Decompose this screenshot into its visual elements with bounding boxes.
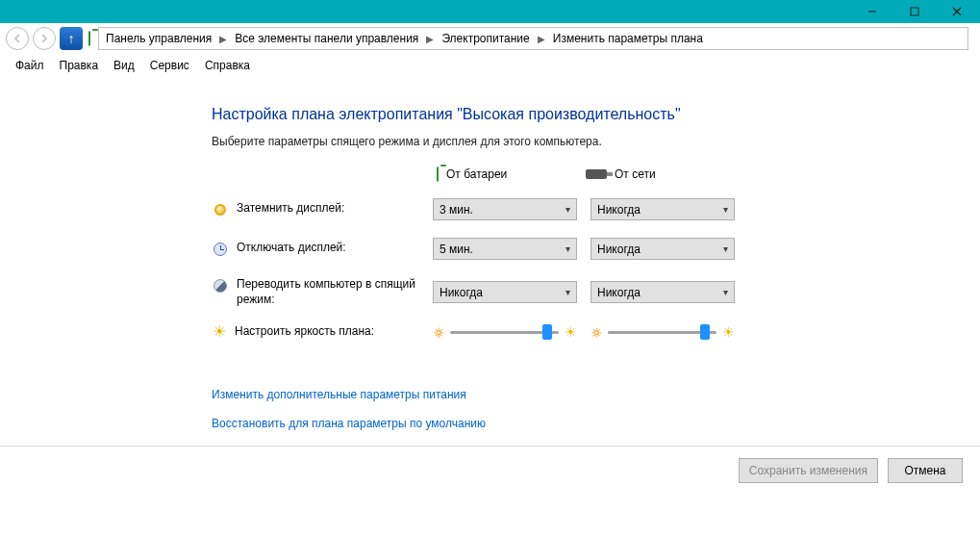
page-title: Настройка плана электропитания "Высокая … xyxy=(212,106,980,123)
breadcrumb-item[interactable]: Панель управления xyxy=(103,31,214,46)
forward-button[interactable] xyxy=(33,27,56,50)
main-content: Настройка плана электропитания "Высокая … xyxy=(0,79,980,430)
titlebar xyxy=(0,0,980,23)
minimize-button[interactable] xyxy=(851,0,893,23)
back-button[interactable] xyxy=(6,27,29,50)
chevron-down-icon: ▾ xyxy=(565,204,570,215)
column-header-label: От сети xyxy=(615,167,656,181)
select-value: 5 мин. xyxy=(440,243,473,256)
sleep-icon xyxy=(212,277,229,294)
row-label: Настроить яркость плана: xyxy=(235,324,374,340)
chevron-right-icon: ▶ xyxy=(536,34,547,44)
sun-dim-icon: 🔅 xyxy=(591,327,602,338)
link-advanced-settings[interactable]: Изменить дополнительные параметры питани… xyxy=(212,388,980,401)
dim-ac-select[interactable]: Никогда▾ xyxy=(591,198,735,220)
row-label: Затемнить дисплей: xyxy=(237,201,344,217)
maximize-button[interactable] xyxy=(893,0,936,23)
chevron-down-icon: ▾ xyxy=(723,204,728,215)
menu-bar: Файл Правка Вид Сервис Справка xyxy=(0,54,980,79)
select-value: Никогда xyxy=(597,203,641,217)
chevron-right-icon: ▶ xyxy=(424,34,436,44)
menu-view[interactable]: Вид xyxy=(106,56,142,75)
dim-icon xyxy=(212,201,229,218)
chevron-down-icon: ▾ xyxy=(723,243,728,254)
save-button[interactable]: Сохранить изменения xyxy=(739,458,878,483)
menu-service[interactable]: Сервис xyxy=(142,56,197,75)
up-button[interactable]: ↑ xyxy=(60,27,83,50)
row-sleep: Переводить компьютер в спящий режим: Ник… xyxy=(212,277,980,307)
select-value: Никогда xyxy=(597,243,641,256)
breadcrumb-item[interactable]: Все элементы панели управления xyxy=(232,31,421,46)
sun-dim-icon: 🔅 xyxy=(433,327,444,338)
row-label: Переводить компьютер в спящий режим: xyxy=(237,277,433,307)
chevron-down-icon: ▾ xyxy=(565,287,570,297)
off-battery-select[interactable]: 5 мин.▾ xyxy=(433,238,577,260)
select-value: Никогда xyxy=(597,286,641,299)
sleep-battery-select[interactable]: Никогда▾ xyxy=(433,281,577,303)
brightness-battery-slider[interactable]: 🔅 ☀ xyxy=(433,324,577,340)
row-off-display: Отключать дисплей: 5 мин.▾ Никогда▾ xyxy=(212,238,980,260)
svg-rect-1 xyxy=(911,8,918,15)
brightness-ac-slider[interactable]: 🔅 ☀ xyxy=(591,324,735,340)
row-brightness: ☀ Настроить яркость плана: 🔅 ☀ 🔅 ☀ xyxy=(212,324,980,340)
column-header-ac: От сети xyxy=(582,167,731,181)
chevron-down-icon: ▾ xyxy=(723,287,728,297)
dim-battery-select[interactable]: 3 мин.▾ xyxy=(433,198,577,220)
select-value: 3 мин. xyxy=(440,203,473,217)
close-button[interactable] xyxy=(936,0,978,23)
display-off-icon xyxy=(212,241,229,258)
column-header-label: От батареи xyxy=(446,167,507,181)
menu-help[interactable]: Справка xyxy=(197,56,258,75)
brightness-icon: ☀ xyxy=(212,324,227,340)
row-dim-display: Затемнить дисплей: 3 мин.▾ Никогда▾ xyxy=(212,198,980,220)
battery-indicator-icon xyxy=(88,32,90,45)
row-label: Отключать дисплей: xyxy=(237,241,346,256)
nav-toolbar: ↑ Панель управления ▶ Все элементы панел… xyxy=(0,23,980,54)
page-subtitle: Выберите параметры спящего режима и дисп… xyxy=(212,135,980,148)
sun-bright-icon: ☀ xyxy=(722,324,735,340)
breadcrumb-bar[interactable]: Панель управления ▶ Все элементы панели … xyxy=(98,27,968,50)
select-value: Никогда xyxy=(440,286,483,299)
link-restore-defaults[interactable]: Восстановить для плана параметры по умол… xyxy=(212,417,980,430)
cancel-button[interactable]: Отмена xyxy=(888,458,963,483)
battery-icon xyxy=(437,167,439,181)
menu-edit[interactable]: Правка xyxy=(52,56,107,75)
breadcrumb-item[interactable]: Электропитание xyxy=(439,31,532,46)
menu-file[interactable]: Файл xyxy=(8,56,52,75)
chevron-down-icon: ▾ xyxy=(565,243,570,254)
chevron-right-icon: ▶ xyxy=(217,34,229,44)
footer-buttons: Сохранить изменения Отмена xyxy=(0,446,980,495)
off-ac-select[interactable]: Никогда▾ xyxy=(591,238,735,260)
plug-icon xyxy=(586,169,607,179)
column-header-battery: От батареи xyxy=(433,167,582,181)
sleep-ac-select[interactable]: Никогда▾ xyxy=(591,281,735,303)
sun-bright-icon: ☀ xyxy=(565,324,577,340)
breadcrumb-item[interactable]: Изменить параметры плана xyxy=(550,31,706,46)
